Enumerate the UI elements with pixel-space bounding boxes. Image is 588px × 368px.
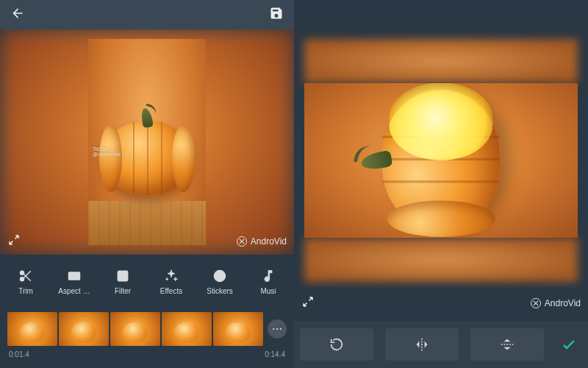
preview-portrait-frame: TikTok @username: [88, 39, 206, 245]
timeline-more-button[interactable]: ⋯: [268, 319, 287, 339]
video-preview[interactable]: TikTok @username AndroVid: [0, 29, 294, 255]
preview-blur-bottom: [304, 238, 578, 282]
watermark-label: AndroVid: [251, 236, 287, 247]
top-bar: [0, 0, 294, 29]
tool-aspect[interactable]: Aspect …: [51, 269, 97, 295]
tool-label: Trim: [18, 287, 33, 295]
tool-label: Musi: [260, 287, 276, 295]
svg-point-8: [221, 275, 223, 276]
tool-label: Aspect …: [58, 287, 90, 295]
androvid-watermark[interactable]: AndroVid: [531, 298, 581, 308]
tool-label: Filter: [115, 287, 131, 295]
preview-landscape-frame: [304, 83, 578, 238]
time-current: 0:01.4: [9, 350, 29, 358]
expand-icon[interactable]: [7, 233, 21, 249]
flip-vertical-button[interactable]: [470, 328, 544, 361]
timeline-thumb[interactable]: [213, 312, 263, 346]
tool-effects[interactable]: Effects: [148, 269, 194, 295]
timeline-thumb[interactable]: [110, 312, 160, 346]
editor-panel-right: AndroVid: [294, 0, 588, 368]
rotate-preview[interactable]: AndroVid: [294, 0, 588, 321]
timeline-thumb[interactable]: [162, 312, 212, 346]
timeline-thumbs[interactable]: ⋯: [7, 311, 287, 347]
svg-point-6: [215, 271, 226, 282]
time-total: 0:14.4: [265, 350, 285, 358]
svg-point-7: [218, 275, 219, 276]
expand-icon[interactable]: [301, 295, 315, 311]
back-button[interactable]: [10, 6, 25, 24]
editor-panel-left: TikTok @username AndroVid Trim Aspect …: [0, 0, 294, 368]
close-watermark-icon[interactable]: [531, 298, 541, 308]
tool-stickers[interactable]: Stickers: [197, 269, 243, 295]
tool-label: Stickers: [207, 287, 233, 295]
close-watermark-icon[interactable]: [237, 236, 247, 247]
confirm-button[interactable]: [550, 336, 588, 353]
svg-point-5: [125, 272, 126, 274]
tool-music[interactable]: Musi: [245, 269, 291, 295]
timeline-thumb[interactable]: [59, 312, 109, 346]
androvid-watermark[interactable]: AndroVid: [237, 236, 287, 247]
tool-label: Effects: [160, 287, 182, 295]
tool-row: Trim Aspect … Filter Effects Stickers Mu…: [0, 255, 294, 306]
rotate-toolbar: [294, 321, 588, 368]
time-labels: 0:01.4 0:14.4: [7, 347, 287, 358]
preview-pumpkin-rotated: [382, 90, 500, 231]
preview-pumpkin: [103, 121, 191, 195]
preview-blur-top: [304, 39, 578, 83]
tool-filter[interactable]: Filter: [100, 269, 146, 295]
watermark-label: AndroVid: [545, 298, 581, 308]
flip-horizontal-button[interactable]: [385, 328, 459, 361]
save-button[interactable]: [269, 6, 284, 24]
tiktok-watermark: TikTok @username: [93, 146, 121, 158]
rotate-button[interactable]: [300, 328, 373, 361]
tool-trim[interactable]: Trim: [3, 269, 49, 295]
timeline-thumb[interactable]: [7, 312, 57, 346]
preview-floor: [88, 201, 206, 245]
timeline[interactable]: ⋯ 0:01.4 0:14.4: [0, 306, 294, 368]
